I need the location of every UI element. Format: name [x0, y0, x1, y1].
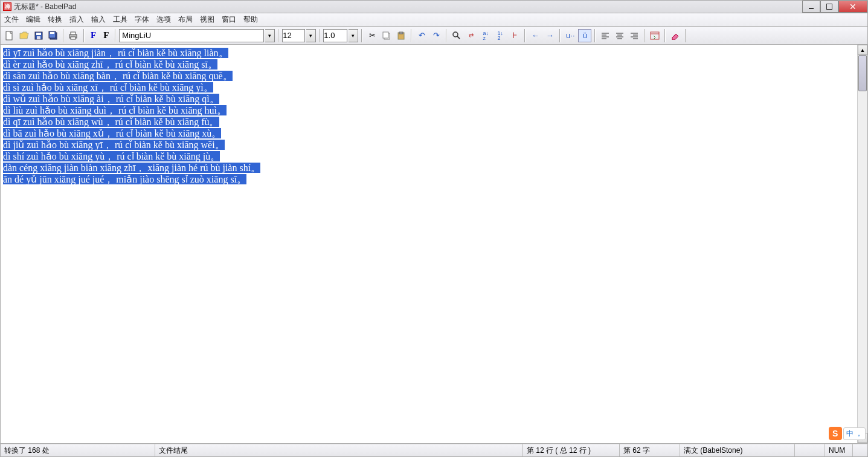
- ime-brand-icon[interactable]: S: [829, 427, 842, 440]
- align-right-button[interactable]: [628, 29, 641, 42]
- align-left-button[interactable]: [599, 29, 612, 42]
- status-col: 第 62 字: [620, 444, 680, 456]
- editor-line[interactable]: dì jiǔ zuì hǎo bù xiāng yī， rú cǐ biàn k…: [3, 139, 855, 151]
- menu-tools[interactable]: 工具: [113, 15, 127, 25]
- svg-rect-0: [6, 31, 12, 40]
- window-controls: ✕: [802, 1, 867, 13]
- editor-line[interactable]: dì èr zuì hǎo bù xiāng zhī， rú cǐ biàn k…: [3, 59, 855, 70]
- arrow-right-button[interactable]: →: [543, 29, 556, 42]
- toolbar-separator: [446, 29, 447, 42]
- font-name-select[interactable]: [119, 29, 264, 42]
- font-size-select[interactable]: [282, 29, 305, 42]
- menu-view[interactable]: 视图: [200, 15, 214, 25]
- print-button[interactable]: [67, 29, 80, 42]
- menu-layout[interactable]: 布局: [178, 15, 193, 25]
- close-button[interactable]: ✕: [838, 1, 867, 13]
- toolbar-separator: [83, 29, 85, 42]
- scroll-thumb[interactable]: [858, 55, 867, 91]
- editor-line[interactable]: ān dé yǔ jūn xiāng jué jué， miǎn jiào sh…: [3, 173, 855, 185]
- editor-line[interactable]: dì sān zuì hǎo bù xiāng bàn， rú cǐ biàn …: [3, 70, 855, 82]
- svg-rect-13: [399, 32, 403, 34]
- bold-button[interactable]: F: [88, 29, 99, 42]
- menu-convert[interactable]: 转换: [48, 15, 62, 25]
- sort-az-button[interactable]: a↓z: [479, 29, 492, 42]
- line-spacing-dropdown-icon[interactable]: ▾: [349, 29, 358, 42]
- menu-insert[interactable]: 插入: [69, 15, 84, 25]
- editor-line[interactable]: dì shí zuì hǎo bù xiāng yù， rú cǐ biàn k…: [3, 151, 855, 162]
- undo-button[interactable]: ↶: [415, 29, 428, 42]
- save-button[interactable]: [32, 29, 45, 42]
- toolbar-separator: [664, 29, 666, 42]
- minimize-button[interactable]: [802, 1, 820, 13]
- save-all-button[interactable]: [47, 29, 60, 42]
- vertical-scrollbar[interactable]: ▲ ▼: [857, 45, 867, 443]
- editor-line-text[interactable]: dàn céng xiāng jiàn biàn xiāng zhī， xiān…: [3, 163, 260, 173]
- editor-line-text[interactable]: ān dé yǔ jūn xiāng jué jué， miǎn jiào sh…: [3, 174, 246, 184]
- menu-file[interactable]: 文件: [4, 15, 19, 25]
- redo-button[interactable]: ↷: [429, 29, 443, 42]
- editor-line[interactable]: dì yī zuì hǎo bù xiāng jiàn， rú cǐ biàn …: [3, 47, 855, 59]
- han-button[interactable]: Ⱶ: [508, 29, 521, 42]
- font-style-button[interactable]: F: [100, 29, 112, 42]
- menu-edit[interactable]: 编辑: [26, 15, 40, 25]
- menu-options[interactable]: 选项: [156, 15, 171, 25]
- cut-button[interactable]: ✂: [365, 29, 379, 42]
- editor-line[interactable]: dì sì zuì hǎo bù xiāng xī， rú cǐ biàn kě…: [3, 82, 855, 93]
- editor-line[interactable]: dì bā zuì hǎo bù xiāng xǔ， rú cǐ biàn kě…: [3, 128, 855, 139]
- scroll-up-button[interactable]: ▲: [858, 45, 867, 55]
- u-dot-button[interactable]: u··: [564, 29, 577, 42]
- editor-line-text[interactable]: dì liù zuì hǎo bù xiāng duì， rú cǐ biàn …: [3, 105, 227, 115]
- editor-line[interactable]: dì liù zuì hǎo bù xiāng duì， rú cǐ biàn …: [3, 105, 855, 116]
- font-name-dropdown-icon[interactable]: ▾: [265, 29, 275, 42]
- toolbar-separator: [644, 29, 645, 42]
- maximize-button[interactable]: [820, 1, 838, 13]
- line-spacing-select[interactable]: [323, 29, 347, 42]
- editor-line-text[interactable]: dì shí zuì hǎo bù xiāng yù， rú cǐ biàn k…: [3, 151, 220, 161]
- open-file-button[interactable]: [18, 29, 31, 42]
- menu-help[interactable]: 帮助: [243, 15, 258, 25]
- editor-line-text[interactable]: dì yī zuì hǎo bù xiāng jiàn， rú cǐ biàn …: [3, 48, 228, 58]
- align-center-button[interactable]: [613, 29, 626, 42]
- toolbar-separator: [115, 29, 116, 42]
- eraser-button[interactable]: [669, 29, 682, 42]
- editor-line-text[interactable]: dì wǔ zuì hǎo bù xiāng ài， rú cǐ biàn kě…: [3, 94, 219, 104]
- svg-line-16: [457, 36, 460, 39]
- svg-rect-2: [36, 33, 41, 35]
- toolbar-separator: [63, 29, 64, 42]
- status-font-info: 满文 (BabelStone): [680, 444, 795, 456]
- replace-button[interactable]: ⇄: [465, 29, 478, 42]
- statusbar: 转换了 168 处 文件结尾 第 12 行 ( 总 12 行 ) 第 62 字 …: [0, 444, 868, 457]
- copy-button[interactable]: [380, 29, 393, 42]
- menubar: 文件 编辑 转换 插入 输入 工具 字体 选项 布局 视图 窗口 帮助: [0, 13, 868, 27]
- toggle-panel-button[interactable]: [648, 29, 661, 42]
- editor-line-text[interactable]: dì qī zuì hǎo bù xiāng wù， rú cǐ biàn kě…: [3, 117, 219, 127]
- editor-line-text[interactable]: dì bā zuì hǎo bù xiāng xǔ， rú cǐ biàn kě…: [3, 128, 221, 138]
- menu-window[interactable]: 窗口: [222, 15, 236, 25]
- new-file-button[interactable]: [3, 29, 16, 42]
- editor-line-text[interactable]: dì sì zuì hǎo bù xiāng xī， rú cǐ biàn kě…: [3, 82, 213, 92]
- text-editor[interactable]: dì yī zuì hǎo bù xiāng jiàn， rú cǐ biàn …: [1, 45, 857, 443]
- font-size-dropdown-icon[interactable]: ▾: [306, 29, 316, 42]
- arrow-left-button[interactable]: ←: [529, 29, 542, 42]
- toolbar-separator: [278, 29, 279, 42]
- menu-input[interactable]: 输入: [91, 15, 106, 25]
- ime-indicator[interactable]: S 中 ，: [829, 427, 866, 440]
- status-mid: 文件结尾: [155, 444, 523, 456]
- editor-line[interactable]: dàn céng xiāng jiàn biàn xiāng zhī， xiān…: [3, 162, 855, 173]
- ime-lang-label[interactable]: 中 ，: [843, 427, 866, 440]
- scroll-track[interactable]: [858, 55, 867, 433]
- app-icon: 禅: [3, 2, 11, 11]
- editor-line[interactable]: dì qī zuì hǎo bù xiāng wù， rú cǐ biàn kě…: [3, 116, 855, 128]
- editor-line-text[interactable]: dì sān zuì hǎo bù xiāng bàn， rú cǐ biàn …: [3, 71, 233, 81]
- toolbar-separator: [411, 29, 412, 42]
- editor-line-text[interactable]: dì jiǔ zuì hǎo bù xiāng yī， rú cǐ biàn k…: [3, 140, 225, 150]
- toolbar-separator: [559, 29, 561, 42]
- u-umlaut-button[interactable]: ü: [578, 29, 591, 42]
- paste-button[interactable]: [394, 29, 408, 42]
- editor-line[interactable]: dì wǔ zuì hǎo bù xiāng ài， rú cǐ biàn kě…: [3, 93, 855, 105]
- menu-font[interactable]: 字体: [135, 15, 149, 25]
- find-button[interactable]: [450, 29, 463, 42]
- editor-line-text[interactable]: dì èr zuì hǎo bù xiāng zhī， rú cǐ biàn k…: [3, 59, 217, 70]
- status-grip: [853, 444, 867, 456]
- sort-12-button[interactable]: 1↓2: [493, 29, 507, 42]
